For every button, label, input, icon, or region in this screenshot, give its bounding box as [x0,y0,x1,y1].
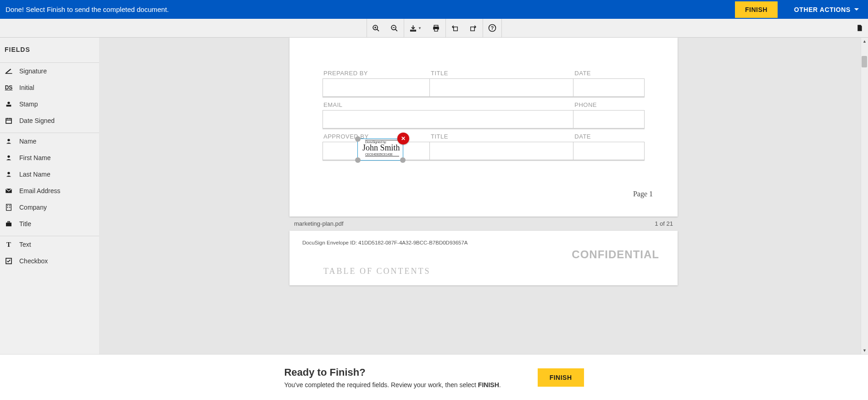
finish-button[interactable]: FINISH [538,368,584,387]
zoom-in-button[interactable] [367,19,385,37]
field-text[interactable]: T Text [0,236,99,253]
person-icon [5,170,13,178]
envelope-id: DocuSign Envelope ID: 41DD5182-087F-4A32… [302,240,665,245]
document-icon [856,24,863,32]
svg-rect-30 [6,222,11,226]
footer-title: Ready to Finish? [284,367,501,378]
field-label: Checkbox [19,257,48,265]
form-label: DATE [573,133,645,142]
field-last-name[interactable]: Last Name [0,166,99,183]
page-count-label: 1 of 21 [655,220,673,227]
field-stamp[interactable]: Stamp [0,96,99,112]
field-label: Stamp [19,100,38,108]
field-email[interactable]: Email Address [0,183,99,199]
rotate-right-button[interactable] [464,19,483,37]
field-label: Name [19,138,36,145]
status-message: Done! Select Finish to send the complete… [6,6,735,13]
download-button[interactable]: ▼ [404,19,427,37]
form-label: TITLE [430,70,573,78]
field-company[interactable]: Company [0,199,99,216]
confidential-watermark: CONFIDENTIAL [302,248,665,261]
stamp-icon [5,100,13,108]
rotate-left-button[interactable] [446,19,464,37]
download-icon [409,24,417,32]
delete-signature-button[interactable]: ✕ [397,133,409,144]
scroll-down-button[interactable]: ▼ [861,347,868,354]
field-label: Last Name [19,171,50,178]
finish-footer: Ready to Finish? You've completed the re… [0,354,868,400]
resize-handle[interactable] [400,157,406,163]
zoom-out-icon [390,24,398,32]
field-title[interactable]: Title [0,216,99,232]
field-checkbox[interactable]: Checkbox [0,253,99,269]
close-icon: ✕ [401,135,406,142]
document-canvas[interactable]: PREPARED BY TITLE DATE EMAIL PHONE APPRO… [99,38,868,354]
svg-rect-9 [434,28,438,31]
field-label: Text [19,241,31,248]
other-actions-dropdown[interactable]: OTHER ACTIONS [790,6,862,13]
form-input [430,78,573,97]
svg-rect-17 [6,118,11,123]
field-label: Initial [19,84,34,91]
print-button[interactable] [427,19,445,37]
svg-point-15 [7,102,10,104]
svg-rect-26 [7,205,8,206]
document-panel-toggle[interactable] [856,19,863,37]
svg-rect-31 [8,222,10,223]
scroll-up-button[interactable]: ▲ [861,38,868,45]
toolbar: ▼ ? [0,19,868,38]
scroll-thumb[interactable] [862,56,867,67]
svg-rect-7 [434,25,438,27]
form-label: EMAIL [323,101,573,110]
initial-icon: DS [5,83,13,92]
signature-name: John Smith [360,144,401,153]
field-initial[interactable]: DS Initial [0,79,99,96]
top-bar: Done! Select Finish to send the complete… [0,0,868,19]
form-label: DATE [573,70,645,78]
text-icon: T [5,240,13,249]
page-number: Page 1 [633,190,653,198]
person-icon [5,137,13,145]
form-label: TITLE [430,133,573,142]
field-label: Signature [19,67,47,75]
svg-rect-16 [6,105,11,106]
field-first-name[interactable]: First Name [0,150,99,166]
person-icon [5,154,13,162]
help-icon: ? [488,24,496,32]
rotate-right-icon [469,24,477,32]
resize-handle[interactable] [355,136,361,142]
chevron-down-icon [854,8,859,11]
chevron-down-icon: ▼ [418,26,422,30]
field-signature[interactable]: Signature [0,63,99,79]
svg-rect-11 [471,27,475,30]
form-input [573,110,645,128]
finish-button[interactable]: FINISH [735,1,778,18]
svg-line-5 [395,29,397,31]
field-label: First Name [19,154,50,161]
filename-label: marketing-plan.pdf [294,220,344,227]
signature-icon [5,67,13,75]
footer-subtitle: You've completed the required fields. Re… [284,381,501,389]
svg-rect-10 [454,27,458,30]
document-page-2: DocuSign Envelope ID: 41DD5182-087F-4A32… [289,231,678,285]
checkbox-icon [5,257,13,265]
building-icon [5,203,13,211]
form-label: PREPARED BY [323,70,430,78]
field-name[interactable]: Name [0,133,99,150]
svg-point-22 [7,156,10,158]
svg-point-21 [7,139,10,141]
briefcase-icon [5,220,13,228]
svg-line-1 [377,29,379,31]
resize-handle[interactable] [355,157,361,163]
form-input [573,142,645,160]
help-button[interactable]: ? [483,19,501,37]
zoom-out-button[interactable] [385,19,404,37]
field-label: Title [19,220,31,228]
document-info-bar: marketing-plan.pdf 1 of 21 [289,217,678,231]
vertical-scrollbar[interactable]: ▲ ▼ [861,38,868,354]
signature-field[interactable]: DocuSigned by: John Smith CECE4D035CE143… [357,139,403,161]
svg-text:?: ? [490,25,493,31]
field-date-signed[interactable]: Date Signed [0,112,99,129]
svg-rect-25 [6,204,11,210]
form-input [323,78,430,97]
